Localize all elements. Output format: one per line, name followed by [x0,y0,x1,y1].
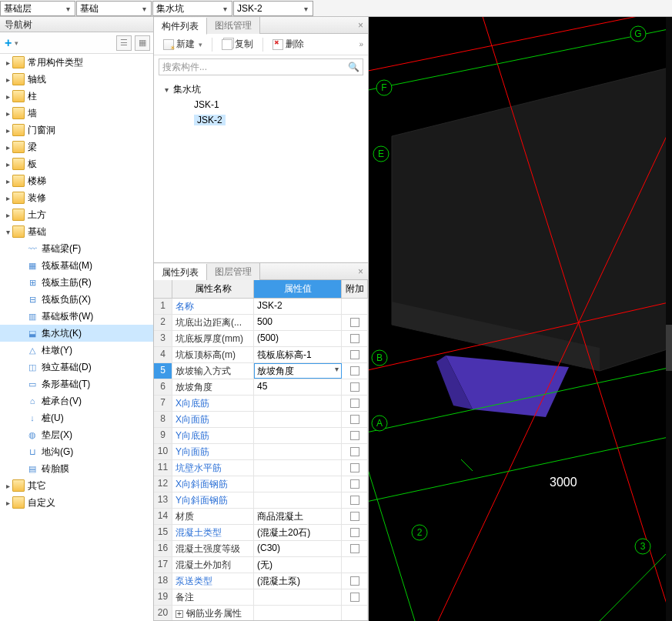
property-value[interactable]: (无) [254,557,342,573]
new-button[interactable]: 新建▾ [159,36,207,52]
property-grid[interactable]: 属性名称 属性值 附加 1名称JSK-22坑底出边距离(...5003坑底板厚度… [154,280,368,620]
tree-item-decor[interactable]: 装修 [0,189,153,206]
property-row[interactable]: 19备注 [154,589,368,606]
tree-item-beam[interactable]: 梁 [0,139,153,155]
property-additional[interactable] [342,363,368,379]
checkbox[interactable] [350,447,359,456]
property-value[interactable] [254,428,342,443]
property-row[interactable]: 14材质商品混凝土 [154,509,368,525]
checkbox[interactable] [350,334,359,343]
tree-item-custom[interactable]: 自定义 [0,494,153,511]
property-row[interactable]: 6放坡角度45 [154,379,368,396]
property-additional[interactable] [342,396,368,411]
property-value[interactable] [254,606,342,620]
tree-sub-dg[interactable]: ⊔地沟(G) [0,443,153,460]
checkbox[interactable] [350,318,359,327]
property-additional[interactable] [342,379,368,395]
nav-tree[interactable]: 常用构件类型 轴线 柱 墙 门窗洞 梁 板 楼梯 装修 土方 基础 〰基础梁(F… [0,54,153,621]
property-row[interactable]: 16混凝土强度等级(C30) [154,541,368,557]
property-row[interactable]: 3坑底板厚度(mm)(500) [154,331,368,347]
tree-item-slab[interactable]: 板 [0,155,153,172]
property-row[interactable]: 1名称JSK-2 [154,299,368,315]
tree-sub-jcbd[interactable]: ▥基础板带(W) [0,308,153,325]
property-row[interactable]: 20+钢筋业务属性 [154,606,368,620]
component-group[interactable]: 集水坑 [162,82,360,97]
tree-sub-z[interactable]: ↓桩(U) [0,409,153,426]
property-additional[interactable] [342,299,368,314]
header-name[interactable]: 属性名称 [172,280,254,298]
property-row[interactable]: 18泵送类型(混凝土泵) [154,573,368,589]
checkbox[interactable] [350,463,359,472]
tab-drawing-manage[interactable]: 图纸管理 [207,17,260,34]
property-value[interactable]: 商品混凝土 [254,509,342,524]
property-row[interactable]: 8X向面筋 [154,412,368,428]
tree-sub-txjc[interactable]: ▭条形基础(T) [0,376,153,392]
3d-viewport[interactable]: G F E B A 2 3 3000 [369,17,672,621]
tree-sub-fbfj[interactable]: ⊟筏板负筋(X) [0,291,153,308]
checkbox[interactable] [350,382,359,392]
property-additional[interactable] [342,492,368,508]
checkbox[interactable] [350,593,359,602]
property-value[interactable] [254,396,342,411]
tab-properties[interactable]: 属性列表 [154,264,207,281]
property-value[interactable] [254,460,342,476]
property-additional[interactable] [342,428,368,443]
property-row[interactable]: 4坑板顶标高(m)筏板底标高-1 [154,347,368,363]
property-row[interactable]: 7X向底筋 [154,396,368,412]
property-additional[interactable] [342,412,368,427]
expand-icon[interactable]: + [176,610,183,618]
tab-component-list[interactable]: 构件列表 [154,18,207,35]
search-input[interactable]: 搜索构件... 🔍 [159,58,363,75]
tree-sub-fbjc[interactable]: ▦筏板基础(M) [0,257,153,274]
property-value[interactable] [254,476,342,492]
property-row[interactable]: 17混凝土外加剂(无) [154,557,368,573]
property-additional[interactable] [342,444,368,459]
property-row[interactable]: 9Y向底筋 [154,428,368,444]
copy-button[interactable]: 复制 [217,36,258,52]
property-value[interactable]: (500) [254,331,342,346]
toolbar-more-icon[interactable]: » [359,40,363,48]
tree-sub-dc[interactable]: ◍垫层(X) [0,426,153,443]
combo-type[interactable]: 集水坑 [152,1,232,16]
checkbox[interactable] [350,528,359,537]
property-row[interactable]: 10Y向面筋 [154,444,368,460]
tree-item-earth[interactable]: 土方 [0,206,153,223]
viewport-canvas[interactable]: G F E B A 2 3 3000 [369,17,672,621]
component-item[interactable]: JSK-1 [162,97,360,112]
header-additional[interactable]: 附加 [342,280,368,298]
delete-button[interactable]: 删除 [268,36,309,52]
tree-item-other[interactable]: 其它 [0,477,153,494]
property-value[interactable] [254,492,342,508]
header-value[interactable]: 属性值 [254,280,342,298]
tree-item-doorwin[interactable]: 门窗洞 [0,122,153,139]
property-additional[interactable] [342,476,368,492]
property-value[interactable]: 筏板底标高-1 [254,347,342,362]
property-value[interactable] [254,412,342,427]
property-row[interactable]: 5放坡输入方式放坡角度▾ [154,363,368,379]
property-row[interactable]: 13Y向斜面钢筋 [154,492,368,509]
property-additional[interactable] [342,460,368,476]
viewport-scrollbar[interactable] [666,17,672,621]
property-additional[interactable] [342,557,368,573]
combo-floor[interactable]: 基础层 [0,1,75,16]
tree-sub-jsk[interactable]: ⬓集水坑(K) [0,325,153,342]
property-additional[interactable] [342,525,368,540]
tree-sub-fbzj[interactable]: ⊞筏板主筋(R) [0,274,153,291]
checkbox[interactable] [350,431,359,440]
property-value[interactable]: (混凝土20石) [254,525,342,540]
tree-sub-dljc[interactable]: ◫独立基础(D) [0,359,153,376]
property-value[interactable]: JSK-2 [254,299,342,314]
component-item-selected[interactable]: JSK-2 [162,112,360,128]
checkbox[interactable] [350,512,359,521]
combo-category[interactable]: 基础 [76,1,152,16]
tree-item-axis[interactable]: 轴线 [0,71,153,88]
tree-item-wall[interactable]: 墙 [0,105,153,122]
property-row[interactable]: 11坑壁水平筋 [154,460,368,476]
property-additional[interactable] [342,573,368,589]
property-value[interactable] [254,589,342,605]
grid-view-icon[interactable]: ▦ [135,35,150,51]
tree-item-stair[interactable]: 楼梯 [0,172,153,189]
tab-layers[interactable]: 图层管理 [207,263,260,280]
tree-item-foundation[interactable]: 基础 [0,223,153,240]
property-additional[interactable] [342,347,368,362]
